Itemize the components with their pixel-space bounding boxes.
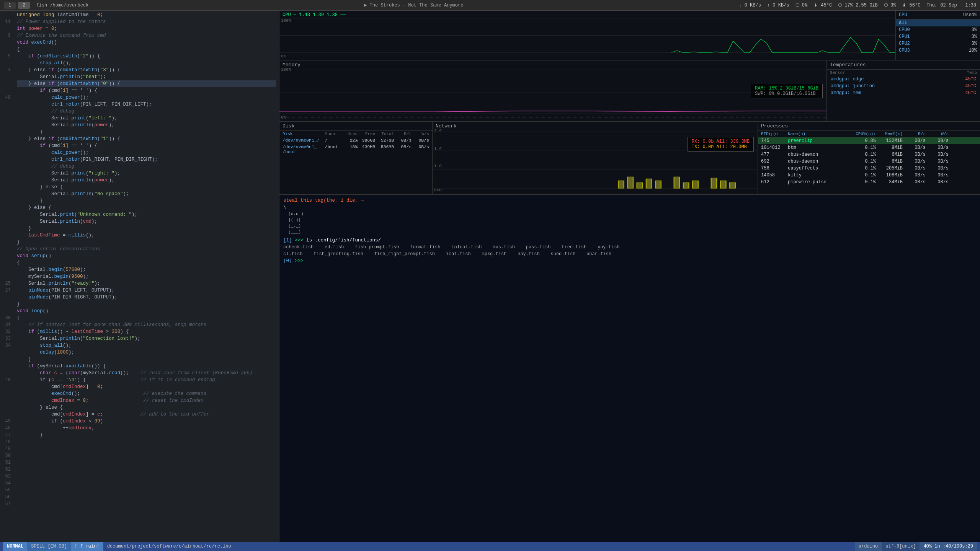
branch-name: f main!	[80, 544, 99, 549]
ram-info: RAM: 15% 2.3GiB/15.6GiB	[755, 86, 818, 91]
status-right: arduino utf-8[unix] 40% ln :40/100s:29	[855, 542, 977, 551]
datetime: Thu, 02 Sep · 1:38	[926, 3, 976, 8]
proc-ws-2: 0B/s	[926, 152, 949, 157]
proc-col-h-name: Name(n)	[788, 132, 849, 136]
proc-row-6[interactable]: 612 pipewire-pulse 0.1% 34MiB 0B/s 0B/s	[758, 179, 980, 186]
proc-cpu-6: 0.1%	[849, 179, 876, 185]
branch-icon: f	[75, 544, 80, 549]
term-arrow: >>>	[295, 238, 306, 243]
disk-mount-0: /	[325, 138, 343, 143]
cpu0-pct: 3%	[972, 27, 977, 33]
disk-ws-0: 0B/s	[415, 138, 429, 143]
status-encoding: utf-8[unix]	[882, 542, 920, 551]
status-position: 40% ln :40/100s:29	[920, 542, 977, 551]
disk-net-proc-section: Disk Disk Mount Used Free Total R/s W/s …	[279, 122, 980, 194]
temp-val-2: 46°C	[965, 90, 976, 96]
svg-rect-18	[693, 181, 698, 188]
temp-row-2: amdgpu: mem 46°C	[827, 90, 980, 96]
cpu-section: CPU — 1.43 1.39 1.38 —— 100% 0% CPU	[279, 11, 980, 60]
disk-row-0: /dev/nvme0n1_/ / 22% 386GB 527GB 0B/s 0B…	[279, 137, 432, 143]
disk-used-0: 22%	[346, 138, 358, 143]
proc-rs-1: 0B/s	[903, 145, 926, 150]
status-spell: SPELL [EN_GB]	[27, 542, 71, 551]
temp-panel: Temperatures Sensor Temp amdgpu: edge 45…	[827, 60, 980, 121]
svg-rect-12	[627, 177, 633, 188]
proc-pid-5: 14058	[761, 173, 788, 178]
swap-info: SWP: 0% 0.0GiB/16.0GiB	[755, 91, 818, 96]
proc-cpu-2: 0.1%	[849, 152, 876, 157]
proc-ws-4: 0B/s	[926, 166, 949, 171]
temp-row-1: amdgpu: junction 45°C	[827, 83, 980, 90]
disk-rs-0: 0B/s	[397, 138, 412, 143]
main-layout: 1195440252730313233344045464748495051525…	[0, 11, 980, 542]
cpu-row-3[interactable]: CPU3 10%	[896, 47, 980, 54]
proc-row-5[interactable]: 14058 kitty 0.1% 108MiB 0B/s 0B/s	[758, 172, 980, 179]
temp-col-sensor: Sensor	[830, 70, 845, 75]
memory-info-box: RAM: 15% 2.3GiB/15.6GiB SWP: 0% 0.0GiB/1…	[751, 84, 823, 98]
proc-row-1[interactable]: 1014812 btm 0.1% 9MiB 0B/s 0B/s	[758, 144, 980, 151]
proc-ws-0: 0B/s	[926, 138, 949, 143]
disk-used-1: 18%	[346, 144, 358, 154]
proc-ws-6: 0B/s	[926, 179, 949, 185]
term-prompt-2: [0] >>>	[283, 258, 976, 264]
disk-total-1: 536MB	[378, 144, 394, 154]
disk-rs-1: 0B/s	[397, 144, 412, 154]
cpu-row-2[interactable]: CPU2 3%	[896, 40, 980, 47]
cpu-all-label: All	[899, 20, 907, 26]
tab-2[interactable]: 2	[18, 2, 30, 9]
term-cmd-line: [1] >>> ls .config/fish/functions/	[283, 237, 976, 244]
temp-row-0: amdgpu: edge 45°C	[827, 76, 980, 83]
svg-rect-20	[720, 181, 726, 188]
proc-row-3[interactable]: 692 dbus-daemon 0.1% 6MiB 0B/s 0B/s	[758, 158, 980, 165]
status-filetype: arduino	[855, 542, 882, 551]
sysinfo: ↓ 0 KB/s ↑ 0 KB/s ⬡ 0% 🌡 45°C ⬡ 17% 2.55…	[739, 2, 976, 8]
term-steal: steal this tag(the, i die, →	[283, 198, 364, 203]
term-arrow-2: >>>	[295, 258, 304, 264]
disk-total-0: 527GB	[378, 138, 394, 143]
status-branch: f f main!	[71, 542, 103, 551]
net-rx: RX: 0.0b All: 339.3MB	[692, 139, 750, 144]
proc-rs-2: 0B/s	[903, 152, 926, 157]
proc-name-5: kitty	[788, 173, 849, 178]
proc-cpu-1: 0.1%	[849, 145, 876, 150]
memory-temp-section: Memory 100% 0% RAM: 15% 2.3GiB/15.6GiB S…	[279, 60, 980, 122]
temp-col-temp: Temp	[967, 70, 977, 75]
terminal[interactable]: steal this tag(the, i die, → \ (o.o ) |(…	[279, 194, 980, 542]
term-files-2: cl.fish fish_greeting.fish fish_right_pr…	[283, 251, 976, 258]
cpu1-pct: 3%	[972, 34, 977, 39]
proc-mem-5: 108MiB	[876, 173, 903, 178]
temp2: 🌡 56°C	[902, 2, 920, 8]
cpu-row-1[interactable]: CPU1 3%	[896, 33, 980, 40]
cpu-row-all[interactable]: All	[896, 20, 980, 26]
disk-col-h-disk: Disk	[283, 132, 322, 136]
ascii-line-4: (___)	[283, 229, 976, 235]
proc-cpu-5: 0.1%	[849, 173, 876, 178]
proc-pid-3: 692	[761, 159, 788, 164]
proc-ws-3: 0B/s	[926, 159, 949, 164]
proc-row-4[interactable]: 756 easyeffects 0.1% 205MiB 0B/s 0B/s	[758, 165, 980, 172]
disk-name-1: /dev/nvme0n1_ /boot	[283, 144, 322, 154]
term-line-1: steal this tag(the, i die, →	[283, 197, 976, 204]
proc-rs-6: 0B/s	[903, 179, 926, 185]
statusbar: NORMAL SPELL [EN_GB] f f main! document/…	[0, 542, 980, 551]
proc-name-3: dbus-daemon	[788, 159, 849, 164]
proc-mem-0: 132MiB	[876, 138, 903, 143]
cpu-graph: CPU — 1.43 1.39 1.38 —— 100% 0%	[279, 11, 896, 60]
code-content: unsigned long lastCmdTime = 0;// Power s…	[14, 11, 279, 542]
proc-row-2[interactable]: 477 dbus-daemon 0.1% 6MiB 0B/s 0B/s	[758, 151, 980, 158]
proc-cpu-4: 0.1%	[849, 166, 876, 171]
code-editor[interactable]: 1195440252730313233344045464748495051525…	[0, 11, 279, 542]
proc-pid-1: 1014812	[761, 145, 788, 150]
disk-col-h-total: Total	[378, 132, 394, 136]
proc-pid-2: 477	[761, 152, 788, 157]
tab-1[interactable]: 1	[4, 2, 16, 9]
ascii-line-2: |( )|	[283, 217, 976, 223]
disk-mount-1: /boot	[325, 144, 343, 154]
term-ascii-art: (o.o ) |( )| (_-_) (___)	[283, 211, 976, 235]
cpu-row-0[interactable]: CPU0 3%	[896, 26, 980, 33]
disk-title: Disk	[279, 122, 432, 131]
proc-row-0[interactable]: 745 greenclip 0.8% 132MiB 0B/s 0B/s	[758, 137, 980, 144]
term-backslash: \	[283, 205, 286, 210]
cpu-col-header: CPU	[899, 12, 907, 18]
cpu2-pct: 3%	[972, 41, 977, 46]
